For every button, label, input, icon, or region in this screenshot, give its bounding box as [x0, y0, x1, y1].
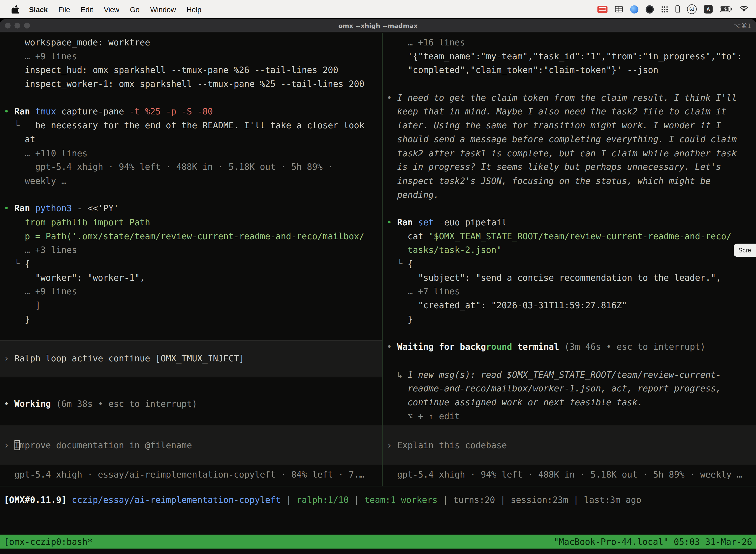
text-segment: └: [387, 259, 407, 269]
menu-item-file[interactable]: File: [53, 5, 75, 13]
terminal-line: workspace_mode: worktree: [0, 36, 382, 50]
prompt-chevron: ›: [4, 440, 14, 450]
text-segment: gpt-5.4 xhigh · 94% left · 488K in · 5.1…: [4, 162, 333, 172]
prompt-input[interactable]: › Improve documentation in @filename: [0, 426, 382, 465]
text-segment: gpt-5.4 xhigh · essay/ai-reimplementatio…: [4, 469, 365, 480]
text-segment: Waiting for backg: [397, 342, 486, 352]
terminal-line: }: [383, 313, 756, 326]
terminal-line: ↳ 1 new msg(s): read $OMX_TEAM_STATE_ROO…: [383, 368, 756, 382]
text-segment: later. Using the same for transition mig…: [397, 120, 721, 130]
terminal-line: [0, 91, 382, 105]
title-bar[interactable]: omx --xhigh --madmax ⌥⌘1: [0, 19, 756, 32]
text-segment: [387, 148, 397, 158]
battery-percent-badge[interactable]: 61: [687, 4, 697, 14]
text-segment: inspect task2's JSON, focusing on the st…: [397, 175, 711, 186]
dots-grid-icon[interactable]: [661, 5, 668, 13]
omx-version: [OMX#0.11.9]: [4, 494, 67, 505]
text-segment: tmux: [35, 107, 56, 117]
text-segment: {: [407, 259, 413, 269]
terminal-line: continue assigned work or next feasible …: [383, 396, 756, 409]
text-segment: "worker": "worker-1",: [4, 273, 145, 283]
terminal-line: p = Path('.omx/state/team/review-current…: [0, 230, 382, 243]
prompt-input[interactable]: › Explain this codebase: [383, 426, 756, 465]
inject-banner[interactable]: › Ralph loop active continue [OMX_TMUX_I…: [0, 340, 382, 377]
wifi-icon[interactable]: [740, 6, 748, 12]
model-status: gpt-5.4 xhigh · essay/ai-reimplementatio…: [0, 468, 382, 482]
text-segment: {: [25, 259, 30, 269]
menu-item-view[interactable]: View: [99, 5, 125, 13]
text-segment: python3: [35, 203, 72, 214]
menu-item-help[interactable]: Help: [181, 5, 207, 13]
text-segment: weekly …: [4, 175, 67, 186]
dark-app-icon[interactable]: [646, 5, 654, 13]
terminal-line: • Ran tmux capture-pane -t %25 -p -S -80: [0, 105, 382, 119]
text-segment: be necessary for the end of the README. …: [35, 120, 364, 130]
waiting-bullet: •: [387, 342, 397, 352]
text-segment: '{"team_name":"my-team","task_id":"1","f…: [387, 51, 742, 61]
terminal-line: [0, 383, 382, 397]
terminal-line: › Explain this codebase: [383, 438, 756, 452]
terminal-line: at: [0, 132, 382, 147]
omx-last-activity: last:3m ago: [584, 494, 641, 505]
omx-status-line: [OMX#0.11.9] cczip/essay/ai-reimplementa…: [0, 493, 756, 507]
menu-item-window[interactable]: Window: [145, 5, 181, 13]
text-segment: ]: [4, 300, 41, 310]
terminal-window: omx --xhigh --madmax ⌥⌘1 workspace_mode:…: [0, 19, 756, 554]
apple-menu[interactable]: [7, 5, 23, 13]
minimize-button[interactable]: [14, 22, 20, 28]
terminal-line: pending.: [383, 188, 756, 202]
text-segment: |: [568, 494, 584, 505]
text-segment: cat: [387, 231, 429, 241]
right-pane-scroll: … +16 lines '{"team_name":"my-team","tas…: [383, 36, 756, 423]
text-segment: Ran: [397, 217, 413, 227]
stop-recording-icon[interactable]: [597, 5, 608, 13]
menu-app-name[interactable]: Slack: [23, 5, 53, 13]
menu-item-edit[interactable]: Edit: [75, 5, 99, 13]
screenshot-notification[interactable]: Scre: [734, 244, 756, 257]
text-segment: |: [495, 494, 511, 505]
display-pill-icon[interactable]: [675, 5, 680, 13]
text-segment: Ran: [14, 107, 30, 117]
text-segment: … +9 lines: [4, 286, 77, 296]
text-segment: Ralph loop active continue [OMX_TMUX_INJ…: [14, 353, 244, 364]
text-cursor: I: [14, 440, 19, 450]
text-segment: tasks/task-2.json": [407, 245, 502, 255]
terminal-line: [383, 77, 756, 91]
terminal-line: • Working (6m 38s • esc to interrupt): [0, 397, 382, 411]
close-button[interactable]: [5, 22, 10, 28]
blue-app-icon[interactable]: [630, 5, 638, 13]
text-segment: [30, 203, 35, 214]
menu-item-go[interactable]: Go: [125, 5, 145, 13]
tmux-status-bar: [omx-cczip0:bash* "MacBook-Pro-44.local"…: [0, 535, 756, 549]
window-grid-icon[interactable]: [615, 6, 623, 12]
text-segment: continue assigned work or next feasible …: [407, 397, 643, 407]
left-pane[interactable]: workspace_mode: worktree … +9 lines insp…: [0, 33, 382, 486]
terminal-line: [383, 326, 756, 340]
omx-project: cczip/essay/ai-reimplementation-copyleft: [72, 494, 281, 505]
model-status: gpt-5.4 xhigh · 94% left · 488K in · 5.1…: [383, 468, 756, 482]
omx-turns: turns:20: [453, 494, 495, 505]
text-segment: -euo pipefail: [434, 217, 507, 227]
terminal-line: task2 after task1 is complete, but can I…: [383, 147, 756, 160]
text-segment: Working: [14, 398, 51, 408]
scrollback: … +16 lines '{"team_name":"my-team","tas…: [383, 36, 756, 423]
right-pane[interactable]: … +16 lines '{"team_name":"my-team","tas…: [383, 33, 756, 486]
text-segment: Ran: [14, 203, 30, 214]
terminal-line: keep that in mind. Maybe I also need the…: [383, 105, 756, 119]
text-segment: (3m 46s • esc to interrupt): [564, 342, 705, 352]
text-segment: [66, 494, 72, 505]
run-bullet: •: [4, 107, 14, 117]
apple-logo-icon: [12, 5, 19, 13]
tmux-host-clock: "MacBook-Pro-44.local" 05:03 31-Mar-26: [554, 537, 752, 547]
text-segment: [387, 107, 397, 117]
zoom-button[interactable]: [24, 22, 30, 28]
terminal-line: cat "$OMX_TEAM_STATE_ROOT/team/review-cu…: [383, 230, 756, 243]
terminal-line: ]: [0, 298, 382, 313]
terminal-line: … +7 lines: [383, 285, 756, 299]
text-segment: "created_at": "2026-03-31T11:59:27.816Z": [387, 300, 627, 310]
text-segment: [30, 107, 35, 117]
text-segment: "subject": "send a concise recommendatio…: [387, 273, 721, 283]
input-source-icon[interactable]: A: [704, 5, 712, 13]
terminal-line: … +16 lines: [383, 36, 756, 50]
battery-icon[interactable]: [720, 6, 733, 12]
